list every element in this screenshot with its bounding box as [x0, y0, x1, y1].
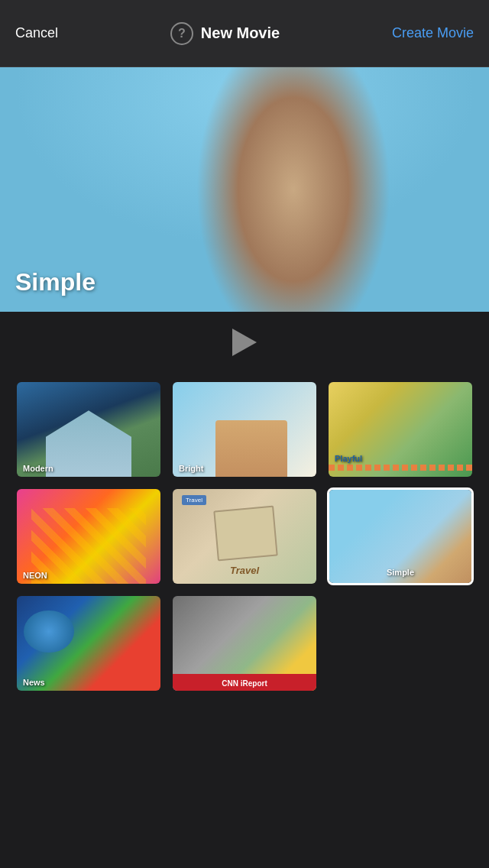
theme-label-cnn: CNN iReport [222, 679, 267, 688]
help-button[interactable]: ? [170, 22, 193, 45]
navbar-center: ? New Movie [170, 22, 280, 45]
preview-image: Simple [0, 67, 489, 312]
theme-item-news[interactable]: News [15, 594, 162, 692]
play-button[interactable] [232, 329, 257, 356]
theme-label-playful: Playful [335, 454, 362, 463]
theme-label-simple: Simple [387, 568, 414, 577]
theme-item-bright[interactable]: Bright [171, 381, 318, 478]
theme-thumb-news [17, 596, 160, 691]
navigation-bar: Cancel ? New Movie Create Movie [0, 0, 489, 67]
travel-tag: Travel [182, 495, 206, 505]
play-area [0, 312, 489, 373]
theme-item-playful[interactable]: Playful [327, 381, 474, 478]
theme-item-neon[interactable]: NEON [15, 487, 162, 585]
theme-thumb-cnn [173, 596, 316, 691]
cancel-button[interactable]: Cancel [15, 19, 58, 47]
theme-label-travel: Travel [230, 565, 259, 576]
create-movie-button[interactable]: Create Movie [392, 19, 474, 47]
theme-item-cnn[interactable]: CNN iReport [171, 594, 318, 692]
theme-thumb-bright [173, 382, 316, 477]
theme-grid: Modern Bright Playful NEON Travel Travel… [0, 373, 489, 715]
theme-label-bright: Bright [179, 464, 203, 473]
theme-item-simple[interactable]: Simple [327, 487, 474, 585]
theme-label-news: News [23, 678, 45, 687]
theme-label-modern: Modern [23, 464, 53, 473]
theme-item-modern[interactable]: Modern [15, 381, 162, 478]
theme-label-neon: NEON [23, 571, 47, 580]
theme-thumb-neon [17, 489, 160, 584]
theme-thumb-modern [17, 382, 160, 477]
preview-theme-label: Simple [15, 268, 96, 296]
preview-container: Simple [0, 67, 489, 312]
page-title: New Movie [201, 24, 280, 42]
theme-item-travel[interactable]: Travel Travel [171, 487, 318, 585]
